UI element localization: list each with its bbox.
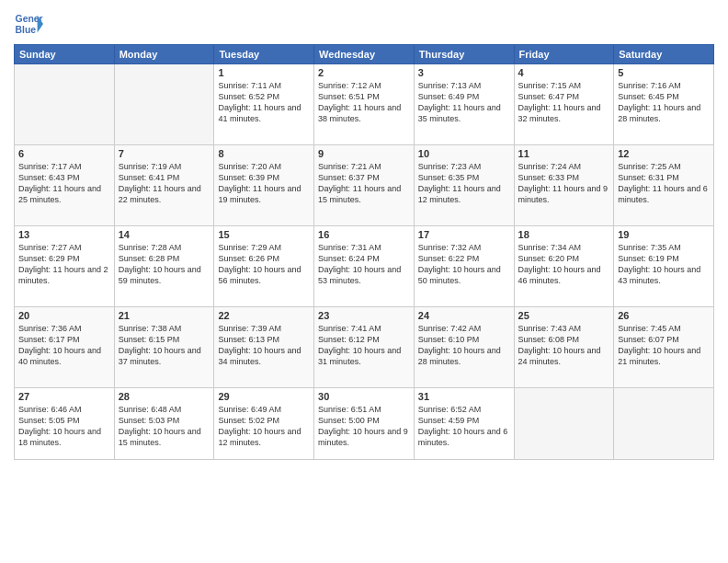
day-number: 29 xyxy=(218,391,310,402)
day-number: 23 xyxy=(318,310,410,321)
day-number: 8 xyxy=(218,148,310,159)
day-number: 6 xyxy=(18,148,110,159)
calendar-cell: 23Sunrise: 7:41 AM Sunset: 6:12 PM Dayli… xyxy=(314,307,415,388)
calendar-cell: 26Sunrise: 7:45 AM Sunset: 6:07 PM Dayli… xyxy=(614,307,714,388)
calendar-cell: 18Sunrise: 7:34 AM Sunset: 6:20 PM Dayli… xyxy=(514,226,614,307)
svg-text:Blue: Blue xyxy=(16,25,37,35)
page: General Blue SundayMondayTuesdayWednesda… xyxy=(0,0,728,563)
day-info: Sunrise: 7:24 AM Sunset: 6:33 PM Dayligh… xyxy=(518,161,610,206)
day-info: Sunrise: 7:32 AM Sunset: 6:22 PM Dayligh… xyxy=(418,242,510,287)
calendar-cell: 22Sunrise: 7:39 AM Sunset: 6:13 PM Dayli… xyxy=(214,307,314,388)
calendar-cell: 4Sunrise: 7:15 AM Sunset: 6:47 PM Daylig… xyxy=(514,64,614,145)
day-info: Sunrise: 7:25 AM Sunset: 6:31 PM Dayligh… xyxy=(618,161,710,206)
calendar-cell: 19Sunrise: 7:35 AM Sunset: 6:19 PM Dayli… xyxy=(614,226,714,307)
calendar-cell: 17Sunrise: 7:32 AM Sunset: 6:22 PM Dayli… xyxy=(414,226,514,307)
day-info: Sunrise: 7:34 AM Sunset: 6:20 PM Dayligh… xyxy=(518,242,610,287)
day-number: 18 xyxy=(518,229,610,240)
day-info: Sunrise: 7:16 AM Sunset: 6:45 PM Dayligh… xyxy=(618,80,710,125)
day-number: 5 xyxy=(618,67,710,78)
day-info: Sunrise: 7:20 AM Sunset: 6:39 PM Dayligh… xyxy=(218,161,310,206)
day-number: 16 xyxy=(318,229,410,240)
weekday-header-sunday: Sunday xyxy=(15,45,115,64)
day-number: 15 xyxy=(218,229,310,240)
day-number: 9 xyxy=(318,148,410,159)
day-info: Sunrise: 7:39 AM Sunset: 6:13 PM Dayligh… xyxy=(218,323,310,368)
calendar-week-row: 20Sunrise: 7:36 AM Sunset: 6:17 PM Dayli… xyxy=(15,307,714,388)
day-info: Sunrise: 7:21 AM Sunset: 6:37 PM Dayligh… xyxy=(318,161,410,206)
day-info: Sunrise: 7:43 AM Sunset: 6:08 PM Dayligh… xyxy=(518,323,610,368)
calendar-cell xyxy=(15,64,115,145)
day-number: 14 xyxy=(119,229,210,240)
calendar-cell: 1Sunrise: 7:11 AM Sunset: 6:52 PM Daylig… xyxy=(214,64,314,145)
day-number: 27 xyxy=(18,391,110,402)
calendar-cell xyxy=(514,388,614,460)
calendar-week-row: 27Sunrise: 6:46 AM Sunset: 5:05 PM Dayli… xyxy=(15,388,714,460)
calendar-cell: 15Sunrise: 7:29 AM Sunset: 6:26 PM Dayli… xyxy=(214,226,314,307)
day-number: 4 xyxy=(518,67,610,78)
logo-icon: General Blue xyxy=(14,9,43,39)
day-info: Sunrise: 6:51 AM Sunset: 5:00 PM Dayligh… xyxy=(318,404,410,449)
calendar-cell: 28Sunrise: 6:48 AM Sunset: 5:03 PM Dayli… xyxy=(114,388,214,460)
day-number: 3 xyxy=(418,67,510,78)
day-info: Sunrise: 7:35 AM Sunset: 6:19 PM Dayligh… xyxy=(618,242,710,287)
day-info: Sunrise: 7:42 AM Sunset: 6:10 PM Dayligh… xyxy=(418,323,510,368)
day-number: 1 xyxy=(218,67,310,78)
calendar-cell: 11Sunrise: 7:24 AM Sunset: 6:33 PM Dayli… xyxy=(514,145,614,226)
calendar-cell: 8Sunrise: 7:20 AM Sunset: 6:39 PM Daylig… xyxy=(214,145,314,226)
day-number: 22 xyxy=(218,310,310,321)
day-number: 10 xyxy=(418,148,510,159)
day-number: 28 xyxy=(119,391,210,402)
calendar-cell: 6Sunrise: 7:17 AM Sunset: 6:43 PM Daylig… xyxy=(15,145,115,226)
day-info: Sunrise: 7:36 AM Sunset: 6:17 PM Dayligh… xyxy=(18,323,110,368)
day-number: 12 xyxy=(618,148,710,159)
day-number: 31 xyxy=(418,391,510,402)
calendar-cell: 13Sunrise: 7:27 AM Sunset: 6:29 PM Dayli… xyxy=(15,226,115,307)
day-info: Sunrise: 7:19 AM Sunset: 6:41 PM Dayligh… xyxy=(119,161,210,206)
calendar-cell: 29Sunrise: 6:49 AM Sunset: 5:02 PM Dayli… xyxy=(214,388,314,460)
day-info: Sunrise: 7:41 AM Sunset: 6:12 PM Dayligh… xyxy=(318,323,410,368)
day-info: Sunrise: 7:27 AM Sunset: 6:29 PM Dayligh… xyxy=(18,242,110,287)
day-info: Sunrise: 6:48 AM Sunset: 5:03 PM Dayligh… xyxy=(119,404,210,449)
weekday-header-row: SundayMondayTuesdayWednesdayThursdayFrid… xyxy=(15,45,714,64)
calendar-cell: 12Sunrise: 7:25 AM Sunset: 6:31 PM Dayli… xyxy=(614,145,714,226)
calendar-cell xyxy=(614,388,714,460)
calendar-cell: 2Sunrise: 7:12 AM Sunset: 6:51 PM Daylig… xyxy=(314,64,415,145)
day-number: 2 xyxy=(318,67,410,78)
day-number: 13 xyxy=(18,229,110,240)
calendar-cell: 21Sunrise: 7:38 AM Sunset: 6:15 PM Dayli… xyxy=(114,307,214,388)
day-number: 26 xyxy=(618,310,710,321)
calendar-cell: 27Sunrise: 6:46 AM Sunset: 5:05 PM Dayli… xyxy=(15,388,115,460)
calendar-cell: 30Sunrise: 6:51 AM Sunset: 5:00 PM Dayli… xyxy=(314,388,415,460)
calendar-week-row: 6Sunrise: 7:17 AM Sunset: 6:43 PM Daylig… xyxy=(15,145,714,226)
day-number: 25 xyxy=(518,310,610,321)
day-info: Sunrise: 7:29 AM Sunset: 6:26 PM Dayligh… xyxy=(218,242,310,287)
day-info: Sunrise: 7:28 AM Sunset: 6:28 PM Dayligh… xyxy=(119,242,210,287)
calendar-cell: 24Sunrise: 7:42 AM Sunset: 6:10 PM Dayli… xyxy=(414,307,514,388)
weekday-header-monday: Monday xyxy=(114,45,214,64)
day-number: 30 xyxy=(318,391,410,402)
calendar-cell: 25Sunrise: 7:43 AM Sunset: 6:08 PM Dayli… xyxy=(514,307,614,388)
day-info: Sunrise: 6:46 AM Sunset: 5:05 PM Dayligh… xyxy=(18,404,110,449)
day-info: Sunrise: 7:11 AM Sunset: 6:52 PM Dayligh… xyxy=(218,80,310,125)
calendar-week-row: 1Sunrise: 7:11 AM Sunset: 6:52 PM Daylig… xyxy=(15,64,714,145)
calendar-cell: 16Sunrise: 7:31 AM Sunset: 6:24 PM Dayli… xyxy=(314,226,415,307)
weekday-header-thursday: Thursday xyxy=(414,45,514,64)
day-number: 19 xyxy=(618,229,710,240)
header: General Blue xyxy=(14,9,714,39)
calendar-cell: 7Sunrise: 7:19 AM Sunset: 6:41 PM Daylig… xyxy=(114,145,214,226)
day-info: Sunrise: 7:17 AM Sunset: 6:43 PM Dayligh… xyxy=(18,161,110,206)
day-number: 7 xyxy=(119,148,210,159)
day-info: Sunrise: 7:38 AM Sunset: 6:15 PM Dayligh… xyxy=(119,323,210,368)
day-number: 20 xyxy=(18,310,110,321)
day-number: 17 xyxy=(418,229,510,240)
day-number: 24 xyxy=(418,310,510,321)
day-info: Sunrise: 6:49 AM Sunset: 5:02 PM Dayligh… xyxy=(218,404,310,449)
weekday-header-saturday: Saturday xyxy=(614,45,714,64)
calendar-cell: 31Sunrise: 6:52 AM Sunset: 4:59 PM Dayli… xyxy=(414,388,514,460)
day-info: Sunrise: 7:12 AM Sunset: 6:51 PM Dayligh… xyxy=(318,80,410,125)
calendar-cell: 5Sunrise: 7:16 AM Sunset: 6:45 PM Daylig… xyxy=(614,64,714,145)
calendar-week-row: 13Sunrise: 7:27 AM Sunset: 6:29 PM Dayli… xyxy=(15,226,714,307)
calendar-cell xyxy=(114,64,214,145)
day-info: Sunrise: 7:13 AM Sunset: 6:49 PM Dayligh… xyxy=(418,80,510,125)
day-number: 21 xyxy=(119,310,210,321)
